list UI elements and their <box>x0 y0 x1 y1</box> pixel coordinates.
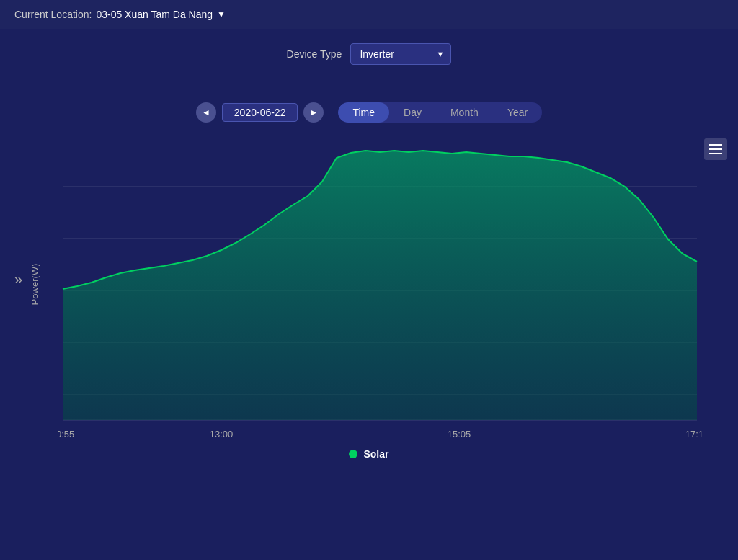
tab-year[interactable]: Year <box>493 102 542 123</box>
menu-icon-button[interactable] <box>704 138 727 160</box>
tab-month[interactable]: Month <box>436 102 493 123</box>
device-type-select-wrapper: Inverter Solar Battery Meter <box>350 43 451 65</box>
prev-button[interactable]: ◄ <box>196 102 216 123</box>
y-axis-label: Power(W) <box>30 264 40 306</box>
legend-label-solar: Solar <box>363 448 388 460</box>
tab-time[interactable]: Time <box>338 102 389 123</box>
legend-dot-solar <box>349 450 357 458</box>
tab-day[interactable]: Day <box>389 102 436 123</box>
device-type-section: Device Type Inverter Solar Battery Meter <box>0 36 738 72</box>
svg-text:17:10: 17:10 <box>685 429 702 440</box>
controls-row: ◄ 2020-06-22 ► Time Day Month Year <box>0 94 738 131</box>
location-value: 03-05 Xuan Tam Da Nang <box>96 9 213 20</box>
expand-button[interactable]: » <box>14 271 22 288</box>
next-button[interactable]: ► <box>303 102 324 123</box>
chart-area <box>63 151 697 420</box>
legend: Solar <box>0 448 738 460</box>
svg-text:15:05: 15:05 <box>448 429 471 440</box>
svg-text:10:55: 10:55 <box>58 429 74 440</box>
device-type-select[interactable]: Inverter Solar Battery Meter <box>350 43 451 65</box>
svg-text:13:00: 13:00 <box>210 429 234 440</box>
device-type-label: Device Type <box>287 48 342 60</box>
time-tabs: Time Day Month Year <box>338 102 542 123</box>
chart-svg: 250 200 150 100 50 0 10:55 13:00 15:05 1… <box>58 135 702 445</box>
current-location-prefix: Current Location: <box>14 9 92 20</box>
header-bar: Current Location: 03-05 Xuan Tam Da Nang… <box>0 0 738 29</box>
date-display: 2020-06-22 <box>222 103 298 122</box>
location-dropdown-arrow[interactable]: ▼ <box>217 9 226 19</box>
